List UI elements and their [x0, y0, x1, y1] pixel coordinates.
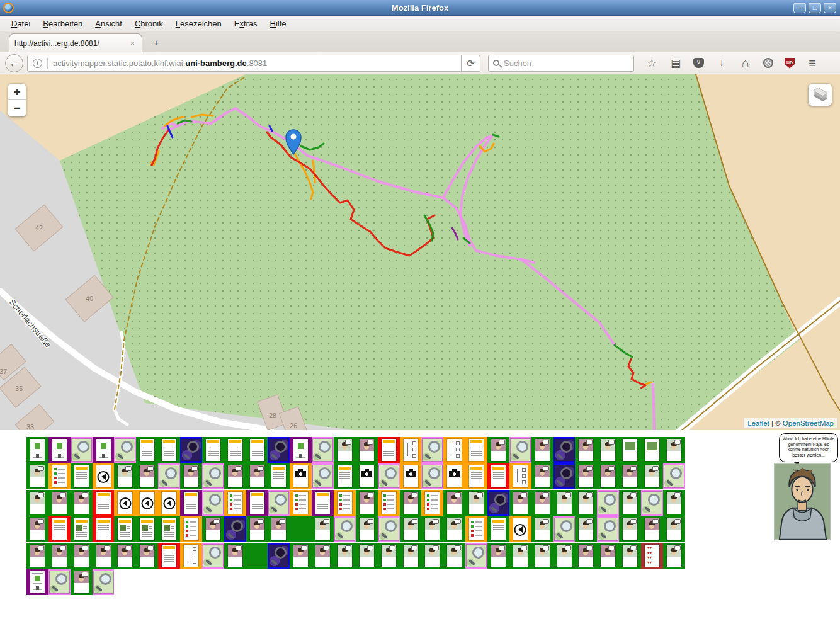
- timeline-cell-magd[interactable]: [268, 543, 290, 569]
- timeline-cell-tree[interactable]: [180, 543, 202, 569]
- timeline-cell-port[interactable]: [400, 516, 422, 542]
- timeline-cell-portp[interactable]: [619, 463, 641, 489]
- timeline-cell-doc[interactable]: [136, 437, 158, 463]
- timeline-cell-cam[interactable]: [443, 463, 465, 489]
- timeline-cell-doc[interactable]: [268, 463, 290, 489]
- timeline-cell-port[interactable]: [443, 543, 465, 569]
- url-bar[interactable]: i activitymapper.static.potato.kinf.wiai…: [27, 55, 462, 72]
- timeline-cell-chk[interactable]: [378, 490, 400, 516]
- timeline-cell-tree[interactable]: [400, 437, 422, 463]
- timeline-cell-doc[interactable]: [378, 437, 400, 463]
- new-tab-button[interactable]: +: [149, 37, 164, 49]
- timeline-cell-spk[interactable]: [93, 463, 115, 489]
- timeline-cell-portp[interactable]: [531, 490, 553, 516]
- site-info-icon[interactable]: i: [33, 59, 42, 68]
- timeline-cell-portp[interactable]: [48, 490, 71, 516]
- osm-link[interactable]: OpenStreetMap: [783, 419, 834, 427]
- timeline-cell-mag[interactable]: [553, 516, 576, 542]
- timeline-cell-portp[interactable]: [356, 437, 378, 463]
- timeline-cell-port[interactable]: [334, 437, 356, 463]
- timeline-cell-doc[interactable]: [93, 490, 115, 516]
- timeline-cell-mag[interactable]: [202, 543, 224, 569]
- timeline-cell-portp[interactable]: [575, 437, 597, 463]
- url-text[interactable]: activitymapper.static.potato.kinf.wiai.u…: [53, 59, 267, 68]
- timeline-cell-portp[interactable]: [48, 543, 71, 569]
- timeline-cell-magd[interactable]: [180, 437, 202, 463]
- timeline-cell-docphoto[interactable]: [114, 516, 136, 542]
- timeline-cell-magd[interactable]: [224, 516, 246, 542]
- timeline-cell-mag[interactable]: [202, 490, 224, 516]
- timeline-cell-portp[interactable]: [26, 516, 48, 542]
- timeline-cell-portp[interactable]: [224, 463, 246, 489]
- timeline-cell-app[interactable]: [93, 437, 115, 463]
- timeline-cell-mag[interactable]: [158, 463, 180, 489]
- timeline-cell-portp[interactable]: [71, 490, 93, 516]
- timeline-cell-cam[interactable]: [290, 463, 312, 489]
- timeline-cell-port[interactable]: [334, 543, 356, 569]
- timeline-cell-magd[interactable]: [268, 437, 290, 463]
- timeline-cell-mag[interactable]: [202, 463, 224, 489]
- timeline-cell-mag[interactable]: [597, 490, 619, 516]
- timeline-cell-doc[interactable]: [158, 437, 180, 463]
- timeline-cell-portp[interactable]: [114, 543, 136, 569]
- timeline-cell-photo[interactable]: [641, 437, 663, 463]
- timeline-cell-port[interactable]: [553, 490, 576, 516]
- leaflet-map[interactable]: 42403735332826Scherlachstraße + − Leafle…: [0, 74, 840, 430]
- timeline-cell-mag[interactable]: [334, 516, 356, 542]
- menu-item-ansicht[interactable]: Ansicht: [89, 17, 128, 30]
- timeline-cell-port[interactable]: [641, 463, 663, 489]
- timeline-cell-portp[interactable]: [531, 437, 553, 463]
- timeline-cell-magd[interactable]: [487, 490, 509, 516]
- timeline-cell-port[interactable]: [619, 543, 641, 569]
- timeline-cell-portp[interactable]: [180, 463, 202, 489]
- timeline-cell-mag[interactable]: [509, 437, 531, 463]
- timeline-cell-docphoto[interactable]: [71, 516, 93, 542]
- timeline-cell-portp[interactable]: [268, 516, 290, 542]
- timeline-cell-doc[interactable]: [246, 490, 268, 516]
- timeline-cell-magd[interactable]: [553, 437, 576, 463]
- timeline-cell-port[interactable]: [531, 516, 553, 542]
- timeline-cell-chk[interactable]: [224, 490, 246, 516]
- timeline-cell-port[interactable]: [465, 490, 487, 516]
- timeline-cell-port[interactable]: [114, 463, 136, 489]
- timeline-cell-portp[interactable]: [290, 543, 312, 569]
- timeline-cell-portp[interactable]: [641, 516, 663, 542]
- timeline-cell-chk[interactable]: [290, 490, 312, 516]
- bookmarks-list-icon[interactable]: ▤: [669, 57, 682, 70]
- timeline-cell-mag[interactable]: [663, 463, 685, 489]
- download-icon[interactable]: ↓: [715, 57, 728, 69]
- hamburger-menu-icon[interactable]: ≡: [806, 56, 819, 71]
- timeline-cell-tree[interactable]: [509, 463, 531, 489]
- timeline-cell-portp[interactable]: [487, 543, 509, 569]
- timeline-cell-chk[interactable]: [465, 516, 487, 542]
- timeline-cell-chk[interactable]: [180, 516, 202, 542]
- timeline-cell-photo[interactable]: [619, 437, 641, 463]
- timeline-cell-portp[interactable]: [531, 463, 553, 489]
- timeline-cell-portp[interactable]: [575, 543, 597, 569]
- timeline-cell-mag[interactable]: [421, 463, 443, 489]
- timeline-cell-port[interactable]: [312, 516, 334, 542]
- timeline-cell-port[interactable]: [553, 543, 576, 569]
- timeline-cell-chk[interactable]: [48, 463, 71, 489]
- timeline-cell-mag[interactable]: [312, 463, 334, 489]
- menu-item-hilfe[interactable]: Hilfe: [264, 17, 293, 30]
- timeline-cell-portp[interactable]: [312, 543, 334, 569]
- browser-tab[interactable]: http://activi...erg.de:8081/ ×: [9, 33, 142, 52]
- timeline-cell-doc[interactable]: [487, 463, 509, 489]
- timeline-cell-magd[interactable]: [553, 463, 576, 489]
- ublock-shield-icon[interactable]: UD: [785, 58, 795, 69]
- timeline-cell-portp[interactable]: [575, 463, 597, 489]
- timeline-cell-docphoto[interactable]: [136, 516, 158, 542]
- layers-control[interactable]: [809, 84, 832, 106]
- timeline-cell-mag[interactable]: [465, 543, 487, 569]
- timeline-cell-port[interactable]: [663, 490, 685, 516]
- timeline-cell-port[interactable]: [443, 516, 465, 542]
- menu-item-datei[interactable]: Datei: [5, 17, 37, 30]
- timeline-cell-port[interactable]: [26, 463, 48, 489]
- timeline-cell-doc[interactable]: [48, 516, 71, 542]
- timeline-cell-mag[interactable]: [641, 490, 663, 516]
- menu-item-extras[interactable]: Extras: [228, 17, 264, 30]
- timeline-cell-mag[interactable]: [48, 569, 71, 595]
- timeline-cell-port[interactable]: [619, 516, 641, 542]
- timeline-cell-port[interactable]: [663, 543, 685, 569]
